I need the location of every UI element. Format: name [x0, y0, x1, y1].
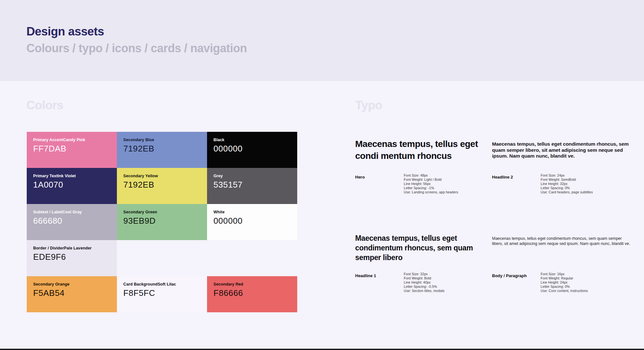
- color-swatch-name: Secondary Orange: [33, 282, 110, 287]
- page-subtitle: Colours / typo / icons / cards / navigat…: [26, 42, 644, 55]
- spec-line: Font Size: 32px: [404, 272, 494, 276]
- color-swatch: Border / DividerPale Lavender EDE9F6: [27, 240, 117, 276]
- color-swatch-hex: 1A0070: [33, 180, 110, 189]
- color-swatch-name: Secondary Yellow: [123, 174, 201, 179]
- color-swatch-hex: 535157: [213, 180, 291, 189]
- spec-line: Font Weight: Light / Bold: [404, 178, 494, 182]
- body-spec-lines: Font Size: 16pxFont Weight: RegularLine …: [541, 272, 630, 293]
- spec-line: Font Size: 16px: [541, 272, 630, 276]
- header-band: Design assets Colours / typo / icons / c…: [0, 0, 644, 81]
- colors-section-heading: Colors: [26, 99, 63, 112]
- headline1-type-sample: Maecenas tempus, tellus eget condimentum…: [355, 233, 500, 262]
- hero-spec-lines: Font Size: 48pxFont Weight: Light / Bold…: [404, 173, 494, 194]
- spec-line: Line Height: 56px: [404, 182, 494, 186]
- color-swatch-hex: 7192EB: [123, 144, 201, 153]
- body-spec-label: Body / Paragraph: [492, 272, 541, 293]
- spec-line: Font Weight: Bold: [404, 276, 494, 280]
- page-title: Design assets: [26, 24, 644, 39]
- color-swatch-name: Secondary Red: [213, 282, 291, 287]
- spec-line: Font Weight: SemiBold: [541, 178, 630, 182]
- hero-type-sample: Maecenas tempus, tellus eget condi mentu…: [355, 138, 500, 162]
- spec-line: Letter Spacing: -0.5%: [404, 285, 494, 289]
- headline1-spec-lines: Font Size: 32pxFont Weight: BoldLine Hei…: [404, 272, 494, 293]
- color-swatch-name: Subtext / LabelCool Gray: [33, 210, 110, 215]
- headline2-spec-block: Headline 2 Font Size: 24pxFont Weight: S…: [492, 173, 630, 194]
- headline2-type-sample: Maecenas tempus, tellus eget condimentum…: [492, 141, 632, 159]
- headline1-spec-block: Headline 1 Font Size: 32pxFont Weight: B…: [355, 272, 494, 293]
- color-swatch-name: Black: [213, 138, 291, 142]
- spec-line: Use: Section titles, modals: [404, 289, 494, 293]
- headline2-spec-lines: Font Size: 24pxFont Weight: SemiBoldLine…: [541, 173, 630, 194]
- spec-line: Font Weight: Regular: [541, 276, 630, 280]
- color-swatch-name: Grey: [213, 174, 291, 179]
- color-swatch: Secondary Blue 7192EB: [117, 132, 207, 168]
- hero-spec-block: Hero Font Size: 48pxFont Weight: Light /…: [355, 173, 494, 194]
- bottom-edge-strip: [0, 349, 644, 350]
- color-swatch: Card BackgroundSoft Lilac F8F5FC: [117, 276, 207, 312]
- color-swatch: Black 000000: [207, 132, 297, 168]
- color-swatch-name: Primary TextInk Violet: [33, 174, 110, 179]
- color-swatch-grid: Primary AccentCandy Pink FF7DAB Secondar…: [27, 132, 297, 312]
- body-spec-block: Body / Paragraph Font Size: 16pxFont Wei…: [492, 272, 630, 293]
- spec-line: Use: Landing screens, app headers: [404, 190, 494, 194]
- color-swatch-hex: 93EB9D: [123, 216, 201, 225]
- color-swatch-hex: 666680: [33, 216, 110, 225]
- spec-line: Letter Spacing: -1%: [404, 186, 494, 190]
- color-swatch-hex: FF7DAB: [33, 144, 110, 153]
- color-swatch-name: Secondary Green: [123, 210, 201, 215]
- color-swatch: Subtext / LabelCool Gray 666680: [27, 204, 117, 240]
- headline1-spec-label: Headline 1: [355, 272, 404, 293]
- spec-line: Line Height: 24px: [541, 280, 630, 285]
- hero-spec-label: Hero: [355, 173, 404, 194]
- typo-section-heading: Typo: [355, 99, 382, 112]
- spec-line: Letter Spacing: 0%: [541, 186, 630, 190]
- color-swatch-name: Secondary Blue: [123, 138, 201, 142]
- color-swatch-name: Border / DividerPale Lavender: [33, 246, 110, 251]
- color-swatch: Secondary Green 93EB9D: [117, 204, 207, 240]
- spec-line: Use: Card headers, page subtitles: [541, 190, 630, 194]
- color-swatch: Secondary Yellow 7192EB: [117, 168, 207, 204]
- spec-line: Use: Core content, instructions: [541, 289, 630, 293]
- color-swatch: White 000000: [207, 204, 297, 240]
- color-swatch-hex: EDE9F6: [33, 252, 110, 261]
- color-swatch: Primary TextInk Violet 1A0070: [27, 168, 117, 204]
- color-swatch-hex: 7192EB: [123, 180, 201, 189]
- color-swatch-name: White: [213, 210, 291, 215]
- color-swatch-hex: F8F5FC: [123, 288, 201, 297]
- color-swatch: Grey 535157: [207, 168, 297, 204]
- color-swatch-hex: 000000: [213, 216, 291, 225]
- color-swatch: Secondary Red F86666: [207, 276, 297, 312]
- spec-line: Letter Spacing: 0%: [541, 285, 630, 289]
- color-swatch-hex: F5AB54: [33, 288, 110, 297]
- color-swatch-hex: F86666: [213, 288, 291, 297]
- spec-line: Line Height: 32px: [541, 182, 630, 186]
- body-type-sample: Maecenas tempus, tellus eget condimentum…: [492, 236, 634, 246]
- spec-line: Font Size: 48px: [404, 173, 494, 178]
- color-swatch-name: Card BackgroundSoft Lilac: [123, 282, 201, 287]
- color-swatch-name: Primary AccentCandy Pink: [33, 138, 110, 142]
- spec-line: Font Size: 24px: [541, 173, 630, 178]
- spec-line: Line Height: 40px: [404, 280, 494, 285]
- color-swatch: Secondary Orange F5AB54: [27, 276, 117, 312]
- color-swatch-hex: 000000: [213, 144, 291, 153]
- headline2-spec-label: Headline 2: [492, 173, 541, 194]
- color-swatch: Primary AccentCandy Pink FF7DAB: [27, 132, 117, 168]
